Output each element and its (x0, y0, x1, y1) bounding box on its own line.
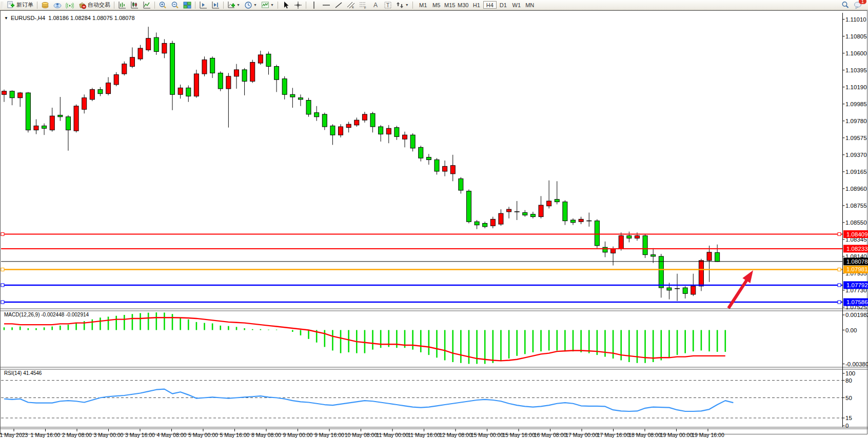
indicators-icon (261, 1, 269, 9)
svg-text:3 May 16:00: 3 May 16:00 (125, 432, 155, 438)
toolbar: 新订单 自动交易 ▼ ▼ (0, 0, 868, 10)
separator (195, 2, 195, 9)
new-order-button[interactable]: 新订单 (5, 1, 35, 9)
hline-icon (322, 1, 330, 9)
svg-text:1.09370: 1.09370 (845, 152, 867, 158)
vline-icon (310, 1, 318, 9)
svg-text:0: 0 (845, 423, 849, 429)
bar-chart-icon (118, 1, 126, 9)
svg-text:1.10190: 1.10190 (845, 84, 867, 90)
community-button[interactable] (52, 1, 63, 9)
search-button[interactable] (840, 1, 851, 9)
notifications-button[interactable]: 1 (852, 1, 863, 9)
timeframe-group: M1M5M15M30H1H4D1W1MN (417, 1, 537, 9)
styles-button[interactable] (40, 1, 51, 9)
timeframe-m5[interactable]: M5 (430, 1, 443, 9)
label-tool-button[interactable]: T (382, 1, 393, 9)
collapse-triangle-icon[interactable]: ▼ (4, 16, 8, 21)
search-icon (841, 1, 850, 9)
svg-text:15 May 16:00: 15 May 16:00 (502, 432, 535, 438)
autotrade-button[interactable]: 自动交易 (76, 1, 112, 9)
timeframe-h1[interactable]: H1 (470, 1, 483, 9)
zoom-out-button[interactable] (169, 1, 181, 9)
svg-text:1.07586: 1.07586 (846, 299, 868, 305)
auto-scroll-button[interactable] (210, 1, 221, 9)
tile-windows-button[interactable] (182, 1, 193, 9)
autotrade-icon (78, 1, 86, 9)
channel-tool-button[interactable]: E (345, 1, 357, 9)
svg-text:15: 15 (845, 415, 852, 421)
crosshair-icon (294, 1, 302, 9)
chart-canvas[interactable]: 1.110101.108051.106001.103951.101901.099… (0, 10, 868, 438)
new-order-icon (7, 1, 15, 9)
timeframe-m1[interactable]: M1 (417, 1, 430, 9)
equidistant-channel-icon: E (347, 1, 355, 9)
timeframe-mn[interactable]: MN (523, 1, 537, 9)
indicators-button[interactable]: ▼ (260, 1, 275, 9)
signal-button[interactable] (64, 1, 75, 9)
svg-text:17 May 16:00: 17 May 16:00 (597, 432, 630, 438)
svg-text:1 May 2023: 1 May 2023 (0, 432, 28, 438)
chevron-down-icon: ▼ (405, 3, 409, 7)
svg-text:1.10600: 1.10600 (845, 50, 867, 56)
svg-text:19 May 16:00: 19 May 16:00 (692, 432, 724, 438)
svg-text:12 May 08:00: 12 May 08:00 (439, 432, 472, 438)
svg-text:4 May 08:00: 4 May 08:00 (157, 432, 187, 438)
candlestick-icon (130, 1, 139, 9)
chart-shift-button[interactable] (198, 1, 209, 9)
chevron-down-icon: ▼ (253, 3, 257, 7)
svg-text:A: A (373, 2, 378, 9)
svg-text:5 May 00:00: 5 May 00:00 (188, 432, 218, 438)
svg-text:19 May 00:00: 19 May 00:00 (660, 432, 693, 438)
svg-text:E: E (352, 6, 354, 9)
svg-text:1.09165: 1.09165 (845, 169, 867, 175)
svg-text:1.11010: 1.11010 (845, 16, 866, 23)
vline-tool-button[interactable] (308, 1, 320, 9)
arrows-icon (396, 1, 404, 9)
svg-text:50: 50 (845, 395, 852, 401)
cursor-icon (282, 1, 290, 9)
cursor-button[interactable] (280, 1, 291, 9)
svg-text:17 May 00:00: 17 May 00:00 (565, 432, 598, 438)
timeframe-h4[interactable]: H4 (483, 1, 497, 9)
trendline-icon (334, 1, 343, 9)
zoom-in-button[interactable] (157, 1, 168, 9)
autotrade-label: 自动交易 (88, 1, 110, 9)
separator (154, 2, 155, 9)
crosshair-button[interactable] (292, 1, 304, 9)
arrows-tool-button[interactable]: ▼ (394, 1, 410, 9)
hline-tool-button[interactable] (321, 1, 332, 9)
chart-title: ▼ EURUSD-,H4 1.08186 1.08284 1.08075 1.0… (4, 15, 135, 21)
signal-icon (66, 1, 74, 9)
text-tool-button[interactable]: A (370, 1, 381, 9)
new-chart-button[interactable]: ▼ (226, 1, 242, 9)
fibonacci-tool-button[interactable]: F (358, 1, 369, 9)
separator (306, 2, 306, 9)
text-label-icon: T (384, 1, 392, 9)
candlestick-chart-button[interactable] (129, 1, 140, 9)
svg-text:100: 100 (845, 370, 855, 376)
zoom-in-icon (159, 1, 167, 9)
timeframe-d1[interactable]: D1 (497, 1, 510, 9)
chevron-down-icon: ▼ (270, 3, 274, 7)
periods-button[interactable]: ▼ (243, 1, 259, 9)
timeframe-m30[interactable]: M30 (457, 1, 470, 9)
toolbar-grip[interactable] (1, 2, 4, 9)
svg-text:1.09575: 1.09575 (845, 135, 867, 141)
svg-text:10 May 08:00: 10 May 08:00 (345, 432, 378, 438)
svg-text:F: F (364, 6, 366, 9)
cloud-user-icon (53, 1, 62, 9)
svg-text:1.07792: 1.07792 (846, 282, 868, 288)
timeframe-m15[interactable]: M15 (443, 1, 457, 9)
line-chart-button[interactable] (141, 1, 152, 9)
trendline-tool-button[interactable] (333, 1, 344, 9)
chart-window[interactable]: ▼ EURUSD-,H4 1.08186 1.08284 1.08075 1.0… (0, 10, 868, 438)
zoom-out-icon (171, 1, 179, 9)
chart-symbol: EURUSD-,H4 (11, 15, 45, 21)
svg-text:11 May 00:00: 11 May 00:00 (377, 432, 409, 438)
notification-badge: 1 (859, 0, 866, 4)
svg-text:0.001982: 0.001982 (845, 312, 868, 318)
timeframe-w1[interactable]: W1 (510, 1, 523, 9)
tile-windows-icon (183, 1, 191, 9)
bar-chart-button[interactable] (116, 1, 128, 9)
